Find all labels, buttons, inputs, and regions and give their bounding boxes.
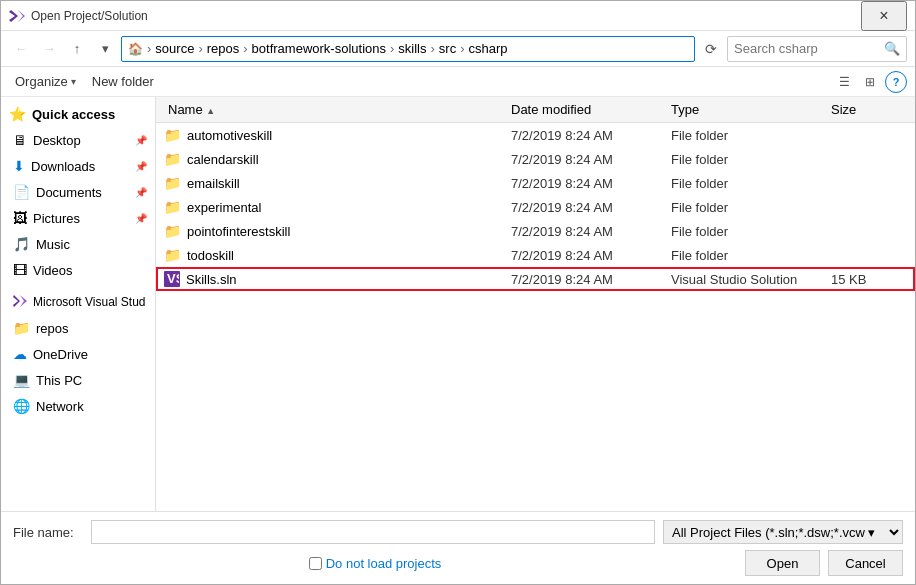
table-row[interactable]: 📁calendarskill7/2/2019 8:24 AMFile folde…: [156, 147, 915, 171]
organize-button[interactable]: Organize ▾: [9, 72, 82, 91]
file-date: 7/2/2019 8:24 AM: [507, 224, 667, 239]
view-list-button[interactable]: ☰: [833, 71, 855, 93]
search-input[interactable]: [734, 41, 884, 56]
crumb-repos[interactable]: repos: [207, 41, 240, 56]
do-not-load-label: Do not load projects: [326, 556, 442, 571]
filetype-select[interactable]: All Project Files (*.sln;*.dsw;*.vcw ▾: [663, 520, 903, 544]
pin-icon: 📌: [135, 161, 147, 172]
crumb-home-icon: 🏠: [128, 42, 143, 56]
sidebar-item-music[interactable]: 🎵 Music: [1, 231, 155, 257]
svg-marker-3: [20, 295, 27, 307]
open-dialog: Open Project/Solution × ← → ↑ ▾ 🏠 › sour…: [0, 0, 916, 585]
col-name[interactable]: Name ▲: [164, 102, 507, 117]
col-size[interactable]: Size: [827, 102, 907, 117]
file-size: 15 KB: [827, 272, 907, 287]
address-bar[interactable]: 🏠 › source › repos › botframework-soluti…: [121, 36, 695, 62]
close-button[interactable]: ×: [861, 1, 907, 31]
sidebar-item-network[interactable]: 🌐 Network: [1, 393, 155, 419]
file-name: experimental: [187, 200, 261, 215]
table-row[interactable]: VSSkills.sln7/2/2019 8:24 AMVisual Studi…: [156, 267, 915, 291]
toolbar: Organize ▾ New folder ☰ ⊞ ?: [1, 67, 915, 97]
sidebar-item-documents[interactable]: 📄 Documents 📌: [1, 179, 155, 205]
repos-icon: 📁: [13, 320, 30, 336]
recent-locations-button[interactable]: ▾: [93, 37, 117, 61]
quick-access-header[interactable]: ⭐ Quick access: [1, 101, 155, 127]
table-row[interactable]: 📁experimental7/2/2019 8:24 AMFile folder: [156, 195, 915, 219]
up-button[interactable]: ↑: [65, 37, 89, 61]
view-tile-button[interactable]: ⊞: [859, 71, 881, 93]
main-area: ⭐ Quick access 🖥 Desktop 📌 ⬇ Downloads 📌…: [1, 97, 915, 511]
table-row[interactable]: 📁pointofinterestskill7/2/2019 8:24 AMFil…: [156, 219, 915, 243]
file-date: 7/2/2019 8:24 AM: [507, 128, 667, 143]
vs-icon: [13, 294, 27, 311]
desktop-icon: 🖥: [13, 132, 27, 148]
sidebar-item-pictures[interactable]: 🖼 Pictures 📌: [1, 205, 155, 231]
search-box[interactable]: 🔍: [727, 36, 907, 62]
file-area: Name ▲ Date modified Type Size 📁automoti…: [156, 97, 915, 511]
filename-row: File name: All Project Files (*.sln;*.ds…: [13, 520, 903, 544]
folder-icon: 📁: [164, 151, 181, 167]
network-icon: 🌐: [13, 398, 30, 414]
checkbox-area: Do not load projects: [13, 556, 737, 571]
music-icon: 🎵: [13, 236, 30, 252]
file-type: File folder: [667, 248, 827, 263]
thispc-icon: 💻: [13, 372, 30, 388]
folder-icon: 📁: [164, 223, 181, 239]
sidebar-item-videos[interactable]: 🎞 Videos: [1, 257, 155, 283]
dialog-title: Open Project/Solution: [31, 9, 861, 23]
sidebar-item-onedrive[interactable]: ☁ OneDrive: [1, 341, 155, 367]
folder-icon: 📁: [164, 175, 181, 191]
pin-icon: 📌: [135, 213, 147, 224]
sidebar-item-repos[interactable]: 📁 repos: [1, 315, 155, 341]
folder-icon: 📁: [164, 247, 181, 263]
sidebar: ⭐ Quick access 🖥 Desktop 📌 ⬇ Downloads 📌…: [1, 97, 156, 511]
table-row[interactable]: 📁automotiveskill7/2/2019 8:24 AMFile fol…: [156, 123, 915, 147]
file-type: File folder: [667, 152, 827, 167]
sidebar-item-downloads[interactable]: ⬇ Downloads 📌: [1, 153, 155, 179]
file-type: Visual Studio Solution: [667, 272, 827, 287]
file-date: 7/2/2019 8:24 AM: [507, 200, 667, 215]
file-date: 7/2/2019 8:24 AM: [507, 176, 667, 191]
crumb-skills[interactable]: skills: [398, 41, 426, 56]
file-name: emailskill: [187, 176, 240, 191]
crumb-src[interactable]: src: [439, 41, 456, 56]
file-type: File folder: [667, 176, 827, 191]
titlebar: Open Project/Solution ×: [1, 1, 915, 31]
help-button[interactable]: ?: [885, 71, 907, 93]
filename-input[interactable]: [91, 520, 655, 544]
back-button[interactable]: ←: [9, 37, 33, 61]
refresh-button[interactable]: ⟳: [699, 37, 723, 61]
onedrive-icon: ☁: [13, 346, 27, 362]
sidebar-item-vs[interactable]: Microsoft Visual Stud: [1, 289, 155, 315]
videos-icon: 🎞: [13, 262, 27, 278]
svg-marker-1: [18, 10, 25, 22]
cancel-button[interactable]: Cancel: [828, 550, 903, 576]
do-not-load-checkbox[interactable]: [309, 557, 322, 570]
table-row[interactable]: 📁todoskill7/2/2019 8:24 AMFile folder: [156, 243, 915, 267]
forward-button[interactable]: →: [37, 37, 61, 61]
file-name: Skills.sln: [186, 272, 237, 287]
col-date[interactable]: Date modified: [507, 102, 667, 117]
folder-icon: 📁: [164, 199, 181, 215]
crumb-source[interactable]: source: [155, 41, 194, 56]
vs-app-icon: [9, 8, 25, 24]
sidebar-item-thispc[interactable]: 💻 This PC: [1, 367, 155, 393]
open-button[interactable]: Open: [745, 550, 820, 576]
crumb-csharp[interactable]: csharp: [469, 41, 508, 56]
svg-marker-0: [9, 10, 18, 22]
col-type[interactable]: Type: [667, 102, 827, 117]
file-name: pointofinterestskill: [187, 224, 290, 239]
documents-icon: 📄: [13, 184, 30, 200]
star-icon: ⭐: [9, 106, 26, 122]
table-row[interactable]: 📁emailskill7/2/2019 8:24 AMFile folder: [156, 171, 915, 195]
pin-icon: 📌: [135, 135, 147, 146]
new-folder-button[interactable]: New folder: [86, 72, 160, 91]
crumb-botframework[interactable]: botframework-solutions: [252, 41, 386, 56]
sidebar-item-desktop[interactable]: 🖥 Desktop 📌: [1, 127, 155, 153]
pin-icon: 📌: [135, 187, 147, 198]
folder-icon: 📁: [164, 127, 181, 143]
search-icon[interactable]: 🔍: [884, 41, 900, 56]
buttons-row: Do not load projects Open Cancel: [13, 550, 903, 576]
addressbar: ← → ↑ ▾ 🏠 › source › repos › botframewor…: [1, 31, 915, 67]
file-date: 7/2/2019 8:24 AM: [507, 152, 667, 167]
